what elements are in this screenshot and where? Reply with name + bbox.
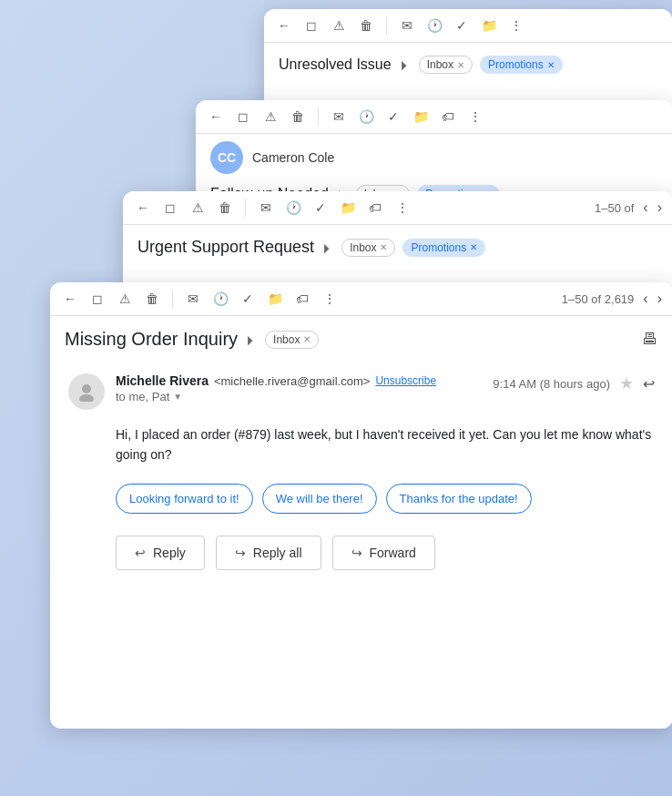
email-meta-4: 9:14 AM (8 hours ago) ★ ↩ [493, 373, 655, 393]
more-icon-4[interactable]: ⋮ [321, 290, 339, 308]
count-4: 1–50 of 2,619 [562, 292, 635, 306]
next-arrow-4[interactable]: › [657, 291, 662, 307]
avatar-2: CC [210, 141, 243, 174]
envelope-icon-4[interactable]: ✉ [184, 290, 202, 308]
subject-title-4: Missing Order Inquiry [65, 329, 238, 350]
inbox-tag-1[interactable]: Inbox ✕ [419, 56, 473, 74]
promotions-tag-3[interactable]: Promotions ✕ [402, 239, 485, 257]
folder-icon-4[interactable]: 📁 [266, 290, 284, 308]
inbox-close-4[interactable]: ✕ [303, 334, 311, 344]
label-icon-2[interactable]: 🏷 [439, 107, 457, 126]
quick-reply-btn-2[interactable]: Thanks for the update! [386, 484, 532, 514]
separator-4 [172, 290, 173, 308]
folder-icon-1[interactable]: 📁 [480, 16, 498, 35]
folder-icon-3[interactable]: 📁 [339, 199, 357, 217]
spam-icon-4[interactable]: ⚠ [116, 290, 134, 308]
spam-icon-2[interactable]: ⚠ [261, 107, 280, 126]
prev-arrow-4[interactable]: ‹ [643, 291, 647, 307]
clock-icon-4[interactable]: 🕐 [211, 290, 229, 308]
check-plus-icon-4[interactable]: ✓ [239, 290, 257, 308]
clock-icon-3[interactable]: 🕐 [284, 199, 302, 217]
separator-1 [386, 16, 387, 35]
promotions-tag-1[interactable]: Promotions ✕ [480, 56, 563, 74]
inbox-tag-3[interactable]: Inbox ✕ [341, 239, 395, 257]
subject-area-3: Urgent Support Request ⏵ Inbox ✕ Promoti… [123, 225, 672, 266]
promotions-close-3[interactable]: ✕ [470, 242, 477, 252]
back-icon-4[interactable]: ← [61, 290, 79, 308]
toolbar-4: ← ◻ ⚠ 🗑 ✉ 🕐 ✓ 📁 🏷 ⋮ 1–50 of 2,619 ‹ › [50, 282, 672, 316]
forward-btn-icon-4: ↪ [351, 546, 362, 560]
count-3: 1–50 of [595, 201, 634, 215]
quick-reply-btn-1[interactable]: We will be there! [262, 484, 377, 514]
archive-icon-4[interactable]: ◻ [88, 290, 107, 308]
quick-reply-btn-0[interactable]: Looking forward to it! [116, 484, 253, 514]
svg-point-1 [79, 394, 94, 402]
clock-icon-1[interactable]: 🕐 [425, 16, 443, 35]
email-window-4: ← ◻ ⚠ 🗑 ✉ 🕐 ✓ 📁 🏷 ⋮ 1–50 of 2,619 ‹ › Mi… [50, 282, 672, 729]
delete-icon-2[interactable]: 🗑 [289, 107, 307, 126]
spam-icon-3[interactable]: ⚠ [188, 199, 207, 217]
check-plus-icon-1[interactable]: ✓ [453, 16, 471, 35]
email-body-4: Hi, I placed an order (#879) last week, … [116, 424, 655, 465]
star-icon-4[interactable]: ★ [619, 373, 634, 393]
label-icon-4[interactable]: 🏷 [293, 290, 311, 308]
reply-all-btn-icon-4: ↪ [235, 546, 246, 560]
unsubscribe-link-4[interactable]: Unsubscribe [375, 374, 436, 387]
inbox-close-3[interactable]: ✕ [380, 242, 387, 252]
sender-name-row-4: Michelle Rivera <michelle.rivera@gmail.c… [116, 373, 482, 388]
clock-icon-2[interactable]: 🕐 [357, 107, 375, 126]
sender-name-4: Michelle Rivera [116, 373, 209, 388]
back-icon-1[interactable]: ← [275, 16, 293, 35]
more-icon-2[interactable]: ⋮ [466, 107, 484, 126]
sender-row-4: Michelle Rivera <michelle.rivera@gmail.c… [68, 373, 655, 410]
snooze-icon-1: ⏵ [399, 57, 412, 72]
back-icon-2[interactable]: ← [207, 107, 225, 126]
delete-icon-3[interactable]: 🗑 [216, 199, 234, 217]
spam-icon-1[interactable]: ⚠ [330, 16, 348, 35]
sender-info-4: Michelle Rivera <michelle.rivera@gmail.c… [116, 373, 482, 403]
toolbar-2: ← ◻ ⚠ 🗑 ✉ 🕐 ✓ 📁 🏷 ⋮ [196, 100, 672, 134]
toolbar-1: ← ◻ ⚠ 🗑 ✉ 🕐 ✓ 📁 ⋮ [264, 9, 672, 43]
inbox-tag-4[interactable]: Inbox ✕ [265, 331, 319, 349]
prev-arrow-3[interactable]: ‹ [643, 199, 647, 216]
subject-area-4: Missing Order Inquiry ⏵ Inbox ✕ 🖶 [50, 316, 672, 359]
envelope-icon-2[interactable]: ✉ [330, 107, 348, 126]
toolbar-3: ← ◻ ⚠ 🗑 ✉ 🕐 ✓ 📁 🏷 ⋮ 1–50 of ‹ › [123, 191, 672, 225]
archive-icon-2[interactable]: ◻ [234, 107, 252, 126]
folder-icon-2[interactable]: 📁 [412, 107, 430, 126]
next-arrow-3[interactable]: › [657, 199, 662, 216]
delete-icon-4[interactable]: 🗑 [143, 290, 161, 308]
envelope-icon-3[interactable]: ✉ [257, 199, 275, 217]
reply-all-button-4[interactable]: ↪ Reply all [216, 536, 321, 570]
reply-btn-icon-4: ↩ [135, 546, 146, 560]
subject-title-3: Urgent Support Request [137, 238, 314, 257]
chevron-down-icon-4[interactable]: ▼ [173, 392, 182, 402]
forward-button-4[interactable]: ↪ Forward [332, 536, 435, 570]
envelope-icon-1[interactable]: ✉ [398, 16, 416, 35]
action-buttons-4: ↩ Reply ↪ Reply all ↪ Forward [116, 536, 655, 570]
print-icon-4[interactable]: 🖶 [642, 330, 658, 349]
label-icon-3[interactable]: 🏷 [366, 199, 384, 217]
sender-area-2: CC Cameron Cole [196, 134, 672, 181]
check-plus-icon-3[interactable]: ✓ [311, 199, 330, 217]
reply-icon-4[interactable]: ↩ [643, 375, 655, 393]
subject-area-1: Unresolved Issue ⏵ Inbox ✕ Promotions ✕ [264, 43, 672, 83]
check-plus-icon-2[interactable]: ✓ [384, 107, 402, 126]
delete-icon-1[interactable]: 🗑 [357, 16, 375, 35]
promotions-close-1[interactable]: ✕ [547, 60, 555, 70]
separator-2 [318, 107, 319, 126]
inbox-close-1[interactable]: ✕ [457, 60, 464, 70]
archive-icon-3[interactable]: ◻ [161, 199, 179, 217]
subject-title-1: Unresolved Issue [279, 56, 392, 73]
sender-name-2: Cameron Cole [252, 150, 334, 165]
reply-button-4[interactable]: ↩ Reply [116, 536, 205, 570]
more-icon-3[interactable]: ⋮ [393, 199, 412, 217]
sender-to-4: to me, Pat ▼ [116, 390, 482, 403]
more-icon-1[interactable]: ⋮ [507, 16, 525, 35]
avatar-4 [68, 373, 105, 410]
quick-replies-4: Looking forward to it! We will be there!… [116, 484, 655, 514]
archive-icon-1[interactable]: ◻ [302, 16, 321, 35]
back-icon-3[interactable]: ← [134, 199, 152, 217]
sender-email-4: <michelle.rivera@gmail.com> [214, 374, 370, 388]
email-content-4: Michelle Rivera <michelle.rivera@gmail.c… [50, 359, 672, 585]
